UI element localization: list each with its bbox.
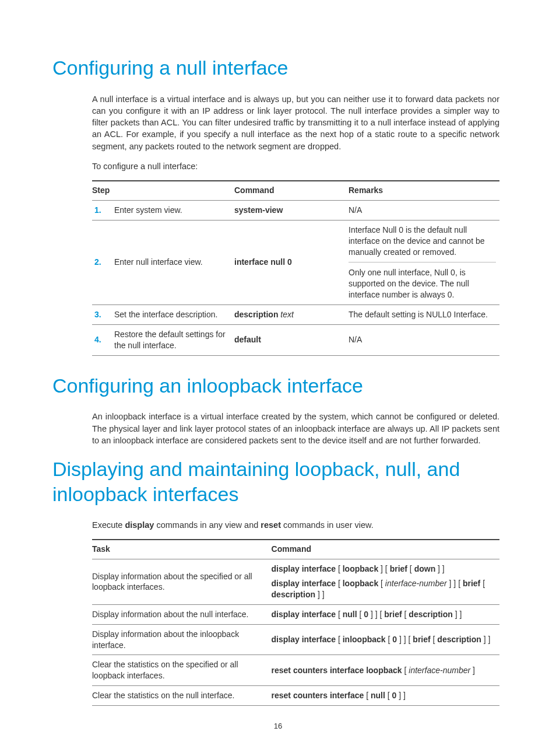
command-keyword: interface null 0 — [234, 257, 292, 267]
command-punct: ] [ — [378, 564, 389, 573]
tasks-table: Task Command Display information about t… — [92, 539, 499, 706]
task-description: Clear the statistics on the specified or… — [92, 655, 272, 686]
section1-para2: To configure a null interface: — [92, 160, 499, 172]
command-punct: [ — [336, 610, 343, 619]
table-row: Display information about the specified … — [92, 559, 499, 605]
step-description: Enter null interface view. — [114, 220, 234, 304]
command-keyword: system-view — [234, 205, 283, 215]
table-row: Display information about the null inter… — [92, 604, 499, 624]
table-row: 1.Enter system view.system-viewN/A — [92, 200, 499, 220]
step-command: system-view — [234, 200, 349, 220]
table-row: 3.Set the interface description.descript… — [92, 305, 499, 325]
col-command: Command — [234, 181, 349, 200]
task-description: Display information about the null inter… — [92, 604, 272, 624]
exec-reset: reset — [261, 520, 281, 530]
command-punct: [ — [407, 564, 414, 573]
exec-pre: Execute — [92, 520, 125, 530]
task-command: display interface [ inloopback [ 0 ] ] [… — [272, 624, 499, 655]
remark-text: The default setting is NULL0 Interface. — [349, 309, 496, 320]
command-keyword: description — [409, 610, 452, 619]
command-keyword: reset counters interface loopback — [272, 666, 402, 675]
command-punct: [ — [385, 691, 392, 700]
step-remarks: The default setting is NULL0 Interface. — [349, 305, 499, 325]
command-punct: ] — [470, 666, 475, 675]
command-punct: [ — [402, 610, 409, 619]
task-description: Display information about the specified … — [92, 559, 272, 605]
step-description: Restore the default settings for the nul… — [114, 325, 234, 356]
command-punct: ] ] — [481, 635, 491, 644]
command-keyword: loopback — [343, 579, 378, 588]
command-keyword: down — [414, 564, 436, 573]
remark-text: N/A — [349, 205, 496, 216]
remark-text-secondary: Only one null interface, Null 0, is supp… — [349, 262, 496, 300]
command-punct: [ — [431, 635, 438, 644]
task-description: Clear the statistics on the null interfa… — [92, 686, 272, 706]
command-line: display interface [ inloopback [ 0 ] ] [… — [272, 634, 496, 645]
command-keyword: loopback — [343, 564, 378, 573]
command-keyword: description — [234, 310, 278, 319]
command-keyword: null — [371, 691, 385, 700]
section2-para1: An inloopback interface is a virtual int… — [92, 411, 499, 446]
step-number: 4. — [92, 325, 114, 356]
command-keyword: brief — [463, 579, 480, 588]
exec-display: display — [125, 520, 154, 530]
command-punct: [ — [386, 635, 393, 644]
command-punct: ] ] — [435, 564, 445, 573]
table-row: Clear the statistics on the specified or… — [92, 655, 499, 686]
page-number: 16 — [0, 722, 556, 730]
table-row: Clear the statistics on the null interfa… — [92, 686, 499, 706]
step-command: interface null 0 — [234, 220, 349, 304]
command-keyword: description — [437, 635, 481, 644]
exec-line: Execute display commands in any view and… — [92, 519, 499, 531]
command-line: display interface [ loopback [ interface… — [272, 578, 496, 600]
command-punct: [ — [336, 635, 343, 644]
remark-text: N/A — [349, 334, 496, 345]
command-punct: [ — [480, 579, 485, 588]
step-command: description text — [234, 305, 349, 325]
task-command: reset counters interface loopback [ inte… — [272, 655, 499, 686]
command-keyword: display interface — [272, 579, 336, 588]
remark-text: Interface Null 0 is the default null int… — [349, 225, 496, 258]
step-remarks: N/A — [349, 200, 499, 220]
command-keyword: description — [272, 590, 315, 599]
command-keyword: brief — [390, 564, 407, 573]
command-line: reset counters interface loopback [ inte… — [272, 665, 496, 676]
command-keyword: default — [234, 335, 261, 344]
command-keyword: null — [343, 610, 357, 619]
command-punct: [ — [336, 579, 343, 588]
section2-body: An inloopback interface is a virtual int… — [92, 411, 499, 446]
section3-body: Execute display commands in any view and… — [92, 519, 499, 706]
task-command: display interface [ loopback ] [ brief [… — [272, 559, 499, 605]
command-arg: text — [278, 310, 293, 319]
step-description: Enter system view. — [114, 200, 234, 220]
heading-null-interface: Configuring a null interface — [52, 55, 499, 80]
step-remarks: N/A — [349, 325, 499, 356]
command-keyword: inloopback — [343, 635, 386, 644]
command-keyword: display interface — [272, 610, 336, 619]
exec-mid: commands in any view and — [154, 520, 261, 530]
col-command: Command — [272, 540, 499, 559]
section1-para1: A null interface is a virtual interface … — [92, 93, 499, 152]
task-command: reset counters interface [ null [ 0 ] ] — [272, 686, 499, 706]
table-row: 4.Restore the default settings for the n… — [92, 325, 499, 356]
command-punct: [ — [357, 610, 364, 619]
step-number: 2. — [92, 220, 114, 304]
table-header-row: Step Command Remarks — [92, 181, 499, 200]
col-task: Task — [92, 540, 272, 559]
command-punct: [ — [378, 579, 385, 588]
step-description: Set the interface description. — [114, 305, 234, 325]
command-punct: [ — [364, 691, 371, 700]
command-punct: [ — [402, 666, 409, 675]
command-line: display interface [ loopback ] [ brief [… — [272, 564, 496, 575]
heading-inloopback: Configuring an inloopback interface — [52, 373, 499, 398]
step-remarks: Interface Null 0 is the default null int… — [349, 220, 499, 304]
exec-post: commands in user view. — [281, 520, 374, 530]
command-line: display interface [ null [ 0 ] ] [ brief… — [272, 609, 496, 620]
command-punct: ] ] [ — [368, 610, 384, 619]
command-punct: ] ] — [453, 610, 462, 619]
command-arg: interface-number — [409, 666, 470, 675]
command-punct: ] ] [ — [447, 579, 463, 588]
task-command: display interface [ null [ 0 ] ] [ brief… — [272, 604, 499, 624]
table-row: 2.Enter null interface view.interface nu… — [92, 220, 499, 304]
step-command: default — [234, 325, 349, 356]
